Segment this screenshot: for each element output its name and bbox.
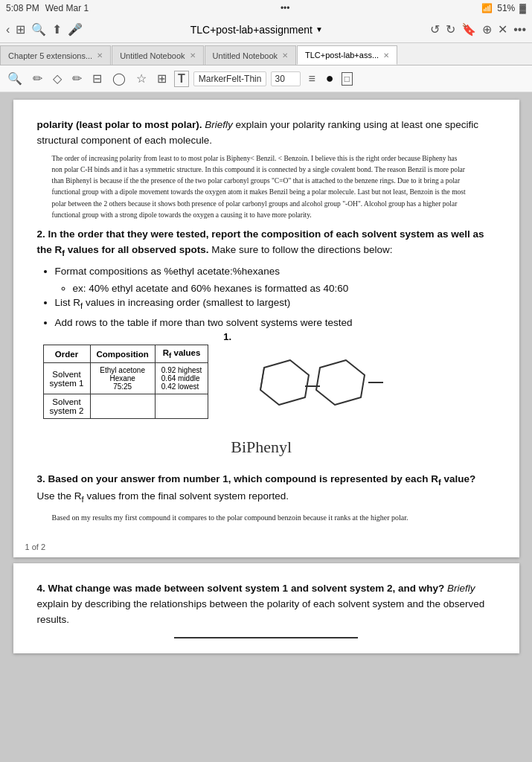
document-title[interactable]: TLC+post-lab+assignment (190, 24, 313, 36)
back-button[interactable]: ‹ (6, 23, 10, 36)
question-2: 2. In the order that they were tested, r… (37, 227, 496, 331)
divider (174, 637, 357, 638)
bookmark-icon[interactable]: 🔖 (461, 22, 476, 36)
svg-marker-0 (260, 360, 309, 405)
undo-icon[interactable]: ↺ (430, 22, 440, 36)
tool-color[interactable]: ● (323, 69, 337, 88)
battery-icon: ▓ (519, 3, 526, 13)
svg-line-3 (260, 368, 264, 390)
cell-composition-1: Ethyl acetone Hexane 75:25 (90, 363, 155, 394)
question-4: 4. What change was made between solvent … (37, 581, 496, 628)
dropdown-icon[interactable]: ▼ (315, 25, 323, 33)
tool-text[interactable]: T (174, 71, 189, 87)
time-display: 5:08 PM (6, 3, 39, 13)
tab-untitled2[interactable]: Untitled Notebook ✕ (205, 45, 296, 65)
title-bar: ‹ ⊞ 🔍 ⬆ 🎤 TLC+post-lab+assignment ▼ ↺ ↻ … (0, 16, 532, 43)
status-bar: 5:08 PM Wed Mar 1 ••• 📶 51% ▓ (0, 0, 532, 16)
tool-pen2[interactable]: ✏ (69, 70, 85, 87)
cell-order-2: Solvent system 2 (43, 394, 90, 419)
cell-rf-1: 0.92 highest 0.64 middle 0.42 lowest (155, 363, 208, 394)
biphenyl-drawing: 1. BiPhenyl (223, 331, 394, 457)
tab-untitled1-label: Untitled Notebook (120, 51, 185, 60)
tab-chapter5[interactable]: Chapter 5 extensions... ✕ (0, 45, 111, 65)
tool-stamp[interactable]: ⊟ (89, 70, 105, 87)
svg-marker-2 (316, 360, 365, 405)
title-bar-right: ↺ ↻ 🔖 ⊕ ✕ ••• (430, 22, 526, 36)
tab-tlc-label: TLC+post-lab+ass... (305, 51, 379, 60)
font-selector[interactable]: MarkerFelt-Thin (193, 71, 267, 86)
tab-tlc[interactable]: TLC+post-lab+ass... ✕ (297, 45, 397, 65)
q3-answer: Based on my results my first compound it… (52, 513, 496, 522)
q1-handwritten-answer: The order of increasing polarity from le… (52, 153, 469, 221)
toolbar: 🔍 ✏ ◇ ✏ ⊟ ◯ ☆ ⊞ T MarkerFelt-Thin 30 ≡ ●… (0, 65, 532, 92)
share-icon[interactable]: ⊕ (482, 22, 492, 36)
col-order: Order (43, 345, 90, 362)
wifi-icon: 📶 (481, 3, 493, 13)
page-container: polarity (least polar to most polar). Br… (0, 92, 532, 762)
bullet-2: List Rf values in increasing order (smal… (55, 295, 496, 313)
tool-pencil[interactable]: ✏ (30, 70, 45, 87)
tool-square[interactable]: □ (342, 72, 353, 86)
close-icon[interactable]: ✕ (498, 22, 507, 36)
question-3: 3. Based on your answer from number 1, w… (37, 472, 496, 506)
tabs-bar: Chapter 5 extensions... ✕ Untitled Noteb… (0, 43, 532, 65)
redo-icon[interactable]: ↻ (446, 22, 455, 36)
q1-text: polarity (least polar to most polar). Br… (37, 118, 496, 149)
biphenyl-svg (223, 345, 394, 442)
tool-circle[interactable]: ◯ (109, 70, 129, 87)
tab-chapter5-label: Chapter 5 extensions... (8, 51, 92, 60)
mic-icon[interactable]: 🎤 (68, 22, 83, 36)
rf-table: Order Composition Rf values Solvent syst… (43, 345, 209, 419)
title-bar-left: ‹ ⊞ 🔍 ⬆ 🎤 (6, 22, 83, 36)
col-composition: Composition (90, 345, 155, 362)
battery-display: 51% (497, 3, 515, 13)
table-row: Solvent system 1 Ethyl acetone Hexane 75… (43, 363, 208, 394)
day-display: Wed Mar 1 (45, 3, 89, 13)
sub-bullet-1: ex: 40% ethyl acetate and 60% hexanes is… (73, 283, 496, 294)
upload-icon[interactable]: ⬆ (52, 22, 62, 36)
tab-untitled2-label: Untitled Notebook (213, 51, 278, 60)
page-number: 1 of 2 (25, 542, 46, 551)
tool-align[interactable]: ≡ (305, 71, 318, 87)
tab-tlc-close[interactable]: ✕ (383, 51, 389, 60)
font-size[interactable]: 30 (271, 71, 301, 86)
bullet-3: Add rows to the table if more than two s… (55, 316, 496, 331)
page-1: polarity (least polar to most polar). Br… (13, 100, 519, 557)
least-text: least (80, 119, 103, 130)
tab-untitled2-close[interactable]: ✕ (282, 51, 288, 60)
tab-chapter5-close[interactable]: ✕ (97, 51, 103, 60)
tool-zoom[interactable]: 🔍 (4, 70, 25, 87)
grid-icon[interactable]: ⊞ (16, 22, 25, 36)
tab-untitled1[interactable]: Untitled Notebook ✕ (112, 45, 203, 65)
search-icon[interactable]: 🔍 (31, 22, 46, 36)
tool-eraser[interactable]: ◇ (50, 70, 65, 87)
cell-composition-2 (90, 394, 155, 419)
more-icon[interactable]: ••• (513, 23, 526, 36)
title-bar-center: TLC+post-lab+assignment ▼ (190, 24, 323, 36)
status-dots: ••• (281, 3, 290, 13)
tab-untitled1-close[interactable]: ✕ (190, 51, 196, 60)
status-left: 5:08 PM Wed Mar 1 (6, 3, 89, 13)
cell-order-1: Solvent system 1 (43, 363, 90, 394)
drawing-number-label: 1. (223, 331, 394, 342)
table-container: Order Composition Rf values Solvent syst… (37, 339, 209, 425)
tool-star[interactable]: ☆ (133, 70, 150, 87)
col-rf: Rf values (155, 345, 208, 362)
cell-rf-2 (155, 394, 208, 419)
page-2: 4. What change was made between solvent … (13, 563, 519, 653)
status-right: 📶 51% ▓ (481, 3, 526, 13)
table-row: Solvent system 2 (43, 394, 208, 419)
bullet-1: Format compositions as %ethyl acetate:%h… (55, 264, 496, 280)
tool-image[interactable]: ⊞ (154, 70, 170, 87)
